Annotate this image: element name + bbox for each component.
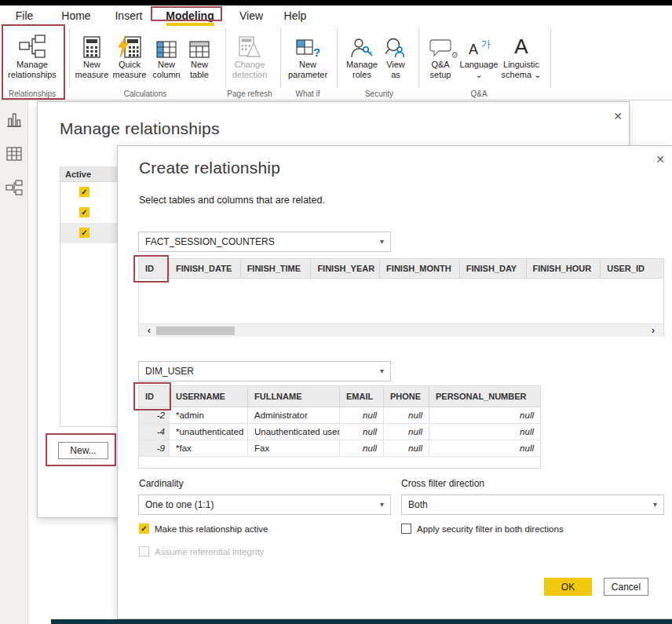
active-checkbox[interactable]: ✓ xyxy=(79,187,89,197)
fact-col-finish-month[interactable]: FINISH_MONTH xyxy=(380,259,460,278)
powerbi-window: File Home Insert Modeling View Help Rela… xyxy=(0,0,672,624)
ribbon-separator xyxy=(418,28,419,88)
close-icon[interactable]: ✕ xyxy=(611,109,625,123)
view-as-button[interactable]: Viewas xyxy=(380,28,411,86)
dim-cell[interactable]: null xyxy=(429,424,540,440)
checked-checkbox-icon[interactable]: ✓ xyxy=(139,524,149,534)
dim-row: -2 *admin Administrator null null null xyxy=(139,407,540,424)
report-view-icon[interactable] xyxy=(5,111,23,129)
manage-relationships-button[interactable]: Managerelationships xyxy=(1,28,64,86)
fact-col-finish-hour[interactable]: FINISH_HOUR xyxy=(527,259,601,278)
fact-col-finish-time[interactable]: FINISH_TIME xyxy=(241,259,312,278)
scroll-left-icon[interactable]: ‹ xyxy=(144,324,155,338)
make-relationship-active-checkbox[interactable]: ✓ Make this relationship active xyxy=(139,524,268,534)
cancel-button[interactable]: Cancel xyxy=(604,578,648,596)
tab-home[interactable]: Home xyxy=(60,8,93,24)
change-detection-button: Changedetection xyxy=(225,28,274,86)
dim-table-grid: ID USERNAME FULLNAME EMAIL PHONE PERSONA… xyxy=(138,385,541,469)
fact-table-select[interactable]: FACT_SESSION_COUNTERS ▾ xyxy=(138,232,391,252)
dim-cell[interactable]: -2 xyxy=(139,407,170,423)
dim-cell[interactable]: *fax xyxy=(170,440,248,456)
dim-col-personal-number[interactable]: PERSONAL_NUMBER xyxy=(429,386,540,407)
dialog-subtitle: Select tables and columns that are relat… xyxy=(139,195,325,206)
dim-row: -9 *fax Fax null null null xyxy=(139,440,540,457)
active-checkbox[interactable]: ✓ xyxy=(79,228,89,238)
fact-grid-scrollbar[interactable]: ‹ › xyxy=(139,323,663,337)
scrollbar-thumb[interactable] xyxy=(156,327,235,335)
dim-cell[interactable]: -9 xyxy=(139,440,170,456)
fact-table-grid: ID FINISH_DATE FINISH_TIME FINISH_YEAR F… xyxy=(138,258,664,337)
linguistic-schema-icon: A xyxy=(499,28,544,58)
tab-file[interactable]: File xyxy=(11,8,38,24)
view-as-icon xyxy=(380,28,411,58)
qa-setup-button[interactable]: ⚙ Q&Asetup xyxy=(424,28,457,86)
group-label-qa: Q&A xyxy=(459,89,499,99)
create-relationship-title: Create relationship xyxy=(139,159,280,177)
close-icon[interactable]: ✕ xyxy=(653,152,667,166)
dim-cell[interactable]: null xyxy=(340,440,384,456)
fact-grid-empty-body xyxy=(139,279,663,323)
tab-insert[interactable]: Insert xyxy=(111,8,146,24)
fact-col-finish-date[interactable]: FINISH_DATE xyxy=(170,259,241,278)
dim-col-id[interactable]: ID xyxy=(139,386,170,407)
tab-modeling[interactable]: Modeling xyxy=(160,8,220,24)
dim-cell[interactable]: -4 xyxy=(139,424,170,440)
dim-cell[interactable]: null xyxy=(384,424,429,440)
dim-col-email[interactable]: EMAIL xyxy=(340,386,384,407)
quick-measure-icon xyxy=(107,28,152,58)
fact-col-finish-day[interactable]: FINISH_DAY xyxy=(460,259,527,278)
fact-col-user-id[interactable]: USER_ID xyxy=(601,259,663,278)
dim-cell[interactable]: Fax xyxy=(248,440,340,456)
cardinality-label: Cardinality xyxy=(139,478,184,489)
dim-cell[interactable]: null xyxy=(340,407,384,423)
dim-cell[interactable]: *admin xyxy=(170,407,248,423)
dim-cell[interactable]: null xyxy=(429,440,540,456)
relationship-row-selected[interactable]: ✓ xyxy=(60,223,118,243)
relationship-row[interactable]: ✓ xyxy=(60,182,118,203)
dim-table-select[interactable]: DIM_USER ▾ xyxy=(138,361,391,381)
group-label-page-refresh: Page refresh xyxy=(222,89,277,99)
fact-col-id[interactable]: ID xyxy=(139,259,170,278)
fact-col-finish-year[interactable]: FINISH_YEAR xyxy=(311,259,380,278)
dim-cell[interactable]: null xyxy=(429,407,540,423)
new-column-icon xyxy=(147,28,186,58)
ribbon-bottom-border xyxy=(0,100,672,100)
dim-cell[interactable]: *unauthenticated xyxy=(170,424,248,440)
dim-cell[interactable]: Administrator xyxy=(248,407,340,423)
ok-button[interactable]: OK xyxy=(544,578,592,596)
linguistic-schema-button[interactable]: A Linguisticschema ⌄ xyxy=(499,28,544,86)
unchecked-checkbox-icon[interactable] xyxy=(401,524,411,534)
new-table-button[interactable]: Newtable xyxy=(181,28,217,86)
ribbon-separator xyxy=(550,28,551,88)
manage-roles-button[interactable]: Manageroles xyxy=(342,28,382,86)
cardinality-select[interactable]: One to one (1:1) ▾ xyxy=(138,494,391,515)
language-icon: A가 xyxy=(456,28,502,58)
dim-cell[interactable]: Unauthenticated user xyxy=(248,424,340,440)
new-parameter-button[interactable]: ? Newparameter xyxy=(283,28,333,86)
chevron-down-icon: ▾ xyxy=(380,362,384,381)
cross-filter-select[interactable]: Both ▾ xyxy=(401,494,664,515)
group-label-relationships: Relationships xyxy=(5,89,60,99)
dim-cell[interactable]: null xyxy=(340,424,384,440)
scroll-right-icon[interactable]: › xyxy=(648,324,659,338)
model-view-icon[interactable] xyxy=(5,179,23,196)
active-checkbox[interactable]: ✓ xyxy=(79,207,89,217)
tab-view[interactable]: View xyxy=(236,8,266,24)
new-relationship-button[interactable]: New... xyxy=(58,442,108,459)
dim-row: -4 *unauthenticated Unauthenticated user… xyxy=(139,424,540,440)
dim-col-username[interactable]: USERNAME xyxy=(170,386,248,407)
manage-relationships-icon xyxy=(1,28,64,58)
apply-security-filter-checkbox[interactable]: Apply security filter in both directions xyxy=(401,524,564,534)
new-table-icon xyxy=(181,28,217,58)
quick-measure-button[interactable]: Quickmeasure xyxy=(107,28,152,86)
relationship-row[interactable]: ✓ xyxy=(60,203,118,223)
dim-col-phone[interactable]: PHONE xyxy=(384,386,429,407)
language-button[interactable]: A가 Language⌄ xyxy=(456,28,502,86)
dim-cell[interactable]: null xyxy=(384,440,429,456)
dim-cell[interactable]: null xyxy=(384,407,429,423)
tab-help[interactable]: Help xyxy=(281,8,309,24)
data-view-icon[interactable] xyxy=(5,145,23,162)
dim-col-fullname[interactable]: FULLNAME xyxy=(248,386,340,407)
new-column-button[interactable]: Newcolumn xyxy=(147,28,186,86)
disabled-checkbox-icon xyxy=(139,546,149,556)
